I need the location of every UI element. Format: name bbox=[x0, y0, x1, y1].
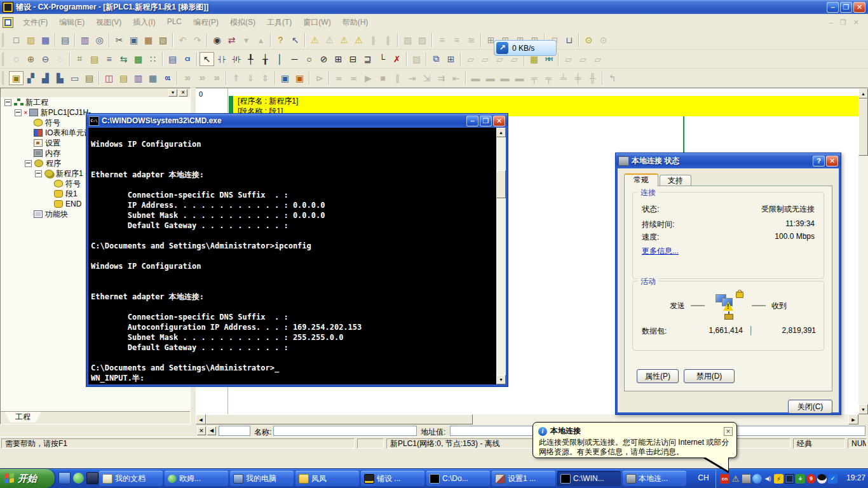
expander-icon[interactable] bbox=[25, 160, 32, 167]
zoom-in-button[interactable]: ⊕ bbox=[24, 52, 38, 66]
menu-file[interactable]: 文件(F) bbox=[17, 15, 53, 30]
task-fengfeng[interactable]: 凤凤 bbox=[295, 471, 359, 486]
fast-button[interactable]: ⇉ bbox=[434, 71, 449, 85]
time-chart-button[interactable]: ⊔ bbox=[562, 33, 576, 47]
dialog-help-button[interactable]: ? bbox=[813, 156, 825, 166]
scroll-up-button[interactable]: ▲ bbox=[858, 88, 868, 98]
pause-mon-b-button[interactable]: ≖ bbox=[346, 71, 361, 85]
symbol-window-button[interactable]: ▙ bbox=[53, 71, 67, 85]
cmd-scroll-thumb[interactable] bbox=[496, 170, 506, 198]
balloon-close-button[interactable]: ✕ bbox=[724, 427, 733, 436]
cmd-close-button[interactable]: ✕ bbox=[493, 116, 505, 126]
transfer-in-button[interactable]: ⊳ bbox=[312, 71, 327, 85]
next-ref-button[interactable]: ⇓ bbox=[243, 71, 258, 85]
pale-c-button[interactable]: ▱ bbox=[590, 52, 605, 66]
cross-ref-button[interactable]: ◫ bbox=[102, 71, 116, 85]
ladder-window-button[interactable]: ▣ bbox=[9, 71, 24, 85]
mdi-window-controls[interactable]: – ❐ ✕ bbox=[829, 18, 868, 27]
task-settings[interactable]: 设置1 ... bbox=[492, 471, 555, 486]
coil-button[interactable]: ○ bbox=[302, 52, 316, 66]
undo-button[interactable]: ↶ bbox=[175, 33, 190, 47]
grayed-3-button[interactable]: ≋ bbox=[464, 33, 478, 47]
scroll-down-button[interactable]: ▼ bbox=[858, 404, 868, 414]
popup-window-button[interactable]: ▭ bbox=[67, 71, 82, 85]
menu-simulation[interactable]: 模拟(S) bbox=[224, 15, 261, 30]
end-step-button[interactable]: ⇤ bbox=[449, 71, 463, 85]
close-dialog-button[interactable]: 关闭(C) bbox=[788, 400, 832, 414]
menu-tools[interactable]: 工具(T) bbox=[261, 15, 297, 30]
taskbar-clock[interactable]: 19:27 bbox=[846, 469, 865, 488]
minimize-button[interactable]: – bbox=[827, 2, 839, 13]
force-on-button[interactable]: ╤ bbox=[527, 71, 541, 85]
output-window-button[interactable]: ▦ bbox=[146, 71, 160, 85]
new-button[interactable]: □ bbox=[9, 33, 24, 47]
console-output[interactable]: Windows IP Configuration Ethernet adapte… bbox=[88, 128, 506, 384]
binary-button[interactable]: 01 bbox=[160, 71, 175, 85]
task-my-computer[interactable]: 我的电脑 bbox=[230, 471, 294, 486]
more-info-link[interactable]: 更多信息... bbox=[642, 247, 679, 255]
contact-no-button[interactable]: ┤├ bbox=[214, 52, 229, 66]
antivirus-tray-icon[interactable]: ✓ bbox=[828, 474, 837, 484]
network-speed-widget[interactable]: ↗ 0 KB/s bbox=[494, 40, 557, 56]
grayed-2-button[interactable]: ≡ bbox=[449, 33, 464, 47]
main-titlebar[interactable]: 辅设 - CX-Programmer - [新PLC1.新程序1.段1 [梯形图… bbox=[0, 0, 868, 14]
display-tray-icon[interactable] bbox=[785, 474, 794, 484]
task-cx-programmer[interactable]: 铺设 ... bbox=[361, 471, 424, 486]
expander-icon[interactable] bbox=[4, 99, 11, 106]
task-my-documents[interactable]: 我的文档 bbox=[99, 471, 163, 486]
comment-button[interactable]: ▤ bbox=[87, 52, 102, 66]
music-tray-icon[interactable]: 9 bbox=[806, 474, 816, 484]
copy-button[interactable]: ▣ bbox=[126, 33, 141, 47]
pause-a-button[interactable]: ∥ bbox=[366, 33, 381, 47]
tree-item-project-root[interactable]: 新工程 bbox=[1, 97, 190, 107]
redo-button[interactable]: ↷ bbox=[190, 33, 205, 47]
edit-b-button[interactable]: ▱ bbox=[478, 52, 492, 66]
force-off-button[interactable]: ╤ bbox=[541, 71, 556, 85]
task-cmd-documents[interactable]: C:\Do... bbox=[426, 471, 490, 486]
expander-icon[interactable] bbox=[35, 170, 42, 177]
online-check-button[interactable]: ⚠ bbox=[351, 33, 366, 47]
set-value-button[interactable]: ╪ bbox=[571, 71, 585, 85]
menu-edit[interactable]: 编辑(E) bbox=[53, 15, 90, 30]
step-in-button[interactable]: ⇲ bbox=[419, 71, 434, 85]
workspace-menu-button[interactable]: ▾ bbox=[168, 89, 177, 97]
watch-cell[interactable] bbox=[219, 426, 250, 436]
run-button[interactable]: ▶ bbox=[361, 71, 376, 85]
health-tray-icon[interactable]: + bbox=[796, 474, 805, 484]
stack-button[interactable]: ⧉ bbox=[429, 52, 444, 66]
vertical-scroll-thumb[interactable] bbox=[858, 98, 868, 156]
pause-mon-a-button[interactable]: ≖ bbox=[332, 71, 346, 85]
find-button[interactable]: ◉ bbox=[210, 33, 224, 47]
watch-window-button[interactable]: ▥ bbox=[131, 71, 146, 85]
pale-block-button[interactable]: ▨ bbox=[409, 52, 424, 66]
break-d-button[interactable]: ▬ bbox=[512, 71, 527, 85]
break-a-button[interactable]: ▬ bbox=[468, 71, 483, 85]
instruction-inv-button[interactable]: ⊟ bbox=[346, 52, 360, 66]
quick-launch-document-icon[interactable] bbox=[58, 472, 71, 484]
dialog-titlebar[interactable]: 本地连接 状态 ? ✕ bbox=[616, 153, 841, 168]
quick-launch-downloader-icon[interactable] bbox=[86, 472, 98, 484]
simulator-button[interactable]: ▣ bbox=[292, 71, 307, 85]
task-cmd-windows[interactable]: C:\WIN... bbox=[557, 471, 621, 486]
start-button[interactable]: 开始 bbox=[0, 469, 55, 488]
delete-tool-button[interactable]: ✗ bbox=[390, 52, 404, 66]
connect-button[interactable]: └ bbox=[375, 52, 390, 66]
ime-cn-tray-icon[interactable]: cn bbox=[720, 474, 729, 484]
menu-view[interactable]: 视图(V) bbox=[90, 15, 127, 30]
print-button[interactable]: ▥ bbox=[78, 33, 92, 47]
cut-button[interactable]: ✂ bbox=[112, 33, 126, 47]
compile-button[interactable]: ⚠ bbox=[308, 33, 322, 47]
ci-button[interactable]: CI bbox=[180, 52, 194, 66]
grayed-1-button[interactable]: ≡ bbox=[435, 33, 449, 47]
cmd-scroll-down-button[interactable]: ▼ bbox=[496, 375, 506, 384]
mdi-child-icon[interactable] bbox=[3, 17, 13, 28]
network-warning-tray-icon[interactable]: ⚠ bbox=[731, 474, 740, 484]
io-comment-button[interactable]: ⇆ bbox=[116, 52, 131, 66]
menu-help[interactable]: 帮助(H) bbox=[337, 15, 374, 30]
name-field[interactable] bbox=[273, 426, 417, 436]
find-next-button[interactable]: ▾ bbox=[239, 33, 254, 47]
break-c-button[interactable]: ▬ bbox=[498, 71, 512, 85]
zoom-fit-button[interactable]: ◌ bbox=[53, 52, 67, 66]
menu-plc[interactable]: PLC bbox=[161, 15, 187, 30]
tree-view-button[interactable]: ∷ bbox=[146, 52, 160, 66]
